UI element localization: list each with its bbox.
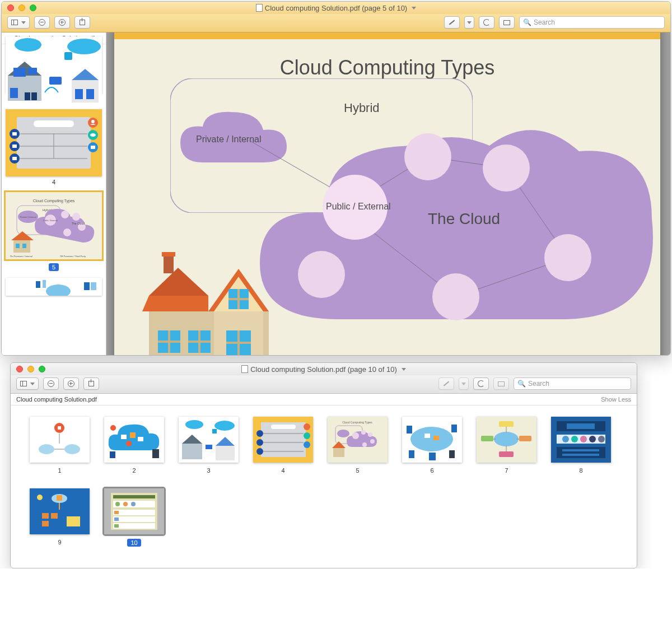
svg-point-1 xyxy=(15,38,41,52)
page-view[interactable]: Cloud Computing Types Hybrid Private / I… xyxy=(106,32,670,356)
thumb-label: 5 xyxy=(49,263,59,271)
svg-rect-115 xyxy=(271,425,296,429)
svg-rect-14 xyxy=(25,92,30,100)
svg-rect-104 xyxy=(152,449,159,458)
svg-rect-153 xyxy=(567,423,595,429)
markup-button[interactable] xyxy=(444,16,460,29)
markup-dropdown[interactable] xyxy=(464,16,474,29)
zoom-in-button[interactable] xyxy=(54,16,70,29)
zoom-icon[interactable] xyxy=(30,4,36,11)
svg-point-128 xyxy=(352,432,359,439)
rotate-button[interactable] xyxy=(473,377,489,390)
svg-point-143 xyxy=(494,432,519,446)
zoom-icon[interactable] xyxy=(39,366,45,372)
svg-point-68 xyxy=(404,133,451,180)
grid-thumb-7[interactable] xyxy=(477,417,536,463)
grid-thumb-8[interactable] xyxy=(551,417,611,463)
window-title: Cloud computing Solution.pdf (page 5 of … xyxy=(2,4,670,12)
thumbnail-sidebar[interactable]: ▼ Cloud computing Solution.pdf xyxy=(2,32,106,356)
grid-thumb-10[interactable] xyxy=(104,488,164,534)
zoom-out-button[interactable] xyxy=(34,16,50,29)
svg-rect-161 xyxy=(562,449,599,451)
sidebar-thumb-5[interactable]: Cloud Computing Types Hybrid Private / I… xyxy=(6,192,102,259)
chevron-down-icon[interactable] xyxy=(402,368,406,371)
sidebar-thumb-3[interactable] xyxy=(6,36,102,94)
svg-rect-74 xyxy=(162,252,175,257)
svg-point-175 xyxy=(123,502,128,506)
svg-rect-34 xyxy=(91,146,95,149)
zoom-in-button[interactable] xyxy=(63,377,79,390)
svg-marker-110 xyxy=(182,435,202,444)
chevron-down-icon xyxy=(30,383,35,385)
markup-button[interactable] xyxy=(438,377,454,390)
titlebar[interactable]: Cloud computing Solution.pdf (page 5 of … xyxy=(2,2,670,14)
svg-rect-142 xyxy=(429,453,436,460)
show-less-button[interactable]: Show Less xyxy=(601,396,631,403)
svg-rect-6 xyxy=(13,68,26,77)
sidebar-thumb-4[interactable] xyxy=(6,109,102,176)
pen-icon xyxy=(444,381,449,386)
chevron-down-icon[interactable] xyxy=(412,7,416,10)
svg-point-121 xyxy=(256,448,263,455)
search-input[interactable]: 🔍Search xyxy=(519,16,665,29)
svg-marker-134 xyxy=(332,441,346,448)
sidebar-thumb-6[interactable] xyxy=(6,278,102,296)
markup-dropdown[interactable] xyxy=(459,377,469,390)
share-button[interactable] xyxy=(83,377,99,390)
search-input[interactable]: 🔍Search xyxy=(514,377,631,390)
svg-point-102 xyxy=(126,441,132,446)
zoom-out-button[interactable] xyxy=(43,377,59,390)
close-icon[interactable] xyxy=(16,366,23,372)
rotate-icon xyxy=(478,380,484,387)
svg-rect-145 xyxy=(499,451,514,457)
svg-rect-8 xyxy=(10,88,18,98)
grid-thumb-6[interactable] xyxy=(402,417,462,463)
sidebar-icon xyxy=(20,381,27,386)
public-label: Public / External xyxy=(326,202,391,212)
svg-rect-167 xyxy=(51,513,58,519)
svg-rect-58 xyxy=(84,282,90,290)
svg-point-96 xyxy=(39,444,54,454)
grid-thumb-5[interactable]: Cloud Computing Types xyxy=(328,417,388,463)
titlebar[interactable]: Cloud computing Solution.pdf (page 10 of… xyxy=(11,363,637,375)
grid-thumb-1[interactable] xyxy=(30,417,90,463)
share-icon xyxy=(88,381,94,386)
rotate-button[interactable] xyxy=(479,16,494,29)
close-icon[interactable] xyxy=(7,4,14,11)
grid-thumb-4[interactable] xyxy=(253,417,313,463)
svg-text:On Premises / Internal: On Premises / Internal xyxy=(10,255,32,258)
thumb-label: 4 xyxy=(281,467,284,474)
document-icon xyxy=(256,4,263,12)
svg-rect-101 xyxy=(138,437,143,441)
sidebar-toggle-button[interactable] xyxy=(7,16,30,29)
svg-text:The Cloud: The Cloud xyxy=(72,222,85,225)
svg-rect-138 xyxy=(407,426,412,433)
toolbox-icon xyxy=(503,20,510,25)
toolbar: 🔍Search xyxy=(11,375,637,394)
crop-button[interactable] xyxy=(499,16,515,29)
grid-thumb-9[interactable] xyxy=(30,488,90,534)
minimize-icon[interactable] xyxy=(18,4,25,11)
svg-point-119 xyxy=(256,430,263,437)
svg-point-43 xyxy=(61,211,69,218)
svg-marker-75 xyxy=(142,296,208,311)
sidebar-toggle-button[interactable] xyxy=(16,377,39,390)
svg-marker-76 xyxy=(149,268,208,296)
svg-point-127 xyxy=(337,430,349,437)
svg-rect-166 xyxy=(42,513,49,519)
crop-button[interactable] xyxy=(493,377,509,390)
svg-rect-111 xyxy=(216,446,235,460)
sidebar-icon xyxy=(11,20,18,25)
svg-rect-140 xyxy=(409,450,414,458)
svg-point-158 xyxy=(589,436,596,442)
share-button[interactable] xyxy=(74,16,90,29)
grid-thumb-2[interactable] xyxy=(104,417,164,463)
svg-point-105 xyxy=(110,425,116,431)
grid-thumb-3[interactable] xyxy=(179,417,239,463)
svg-rect-146 xyxy=(481,436,493,441)
house-illustration xyxy=(142,252,282,356)
minimize-icon[interactable] xyxy=(27,366,34,372)
svg-point-97 xyxy=(64,444,80,454)
svg-rect-12 xyxy=(75,89,83,99)
svg-rect-113 xyxy=(206,445,212,449)
